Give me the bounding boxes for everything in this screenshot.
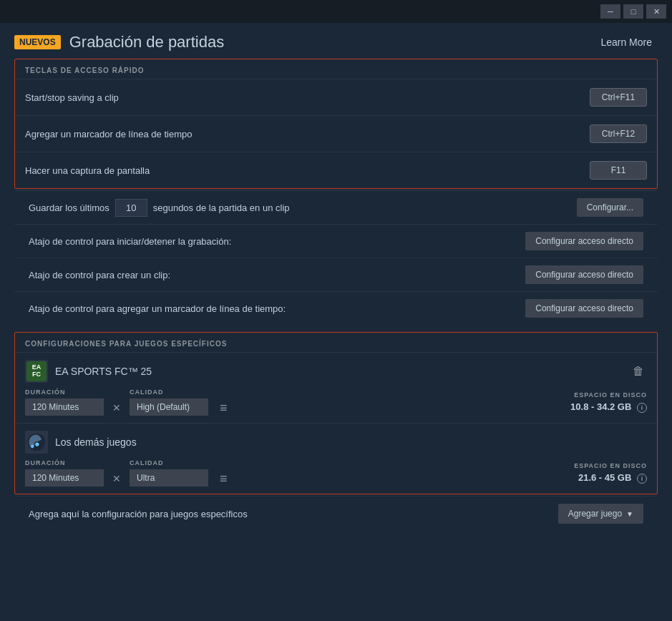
chevron-down-icon: ▼ xyxy=(626,510,633,518)
espacio-value-1: 21.6 - 45 GB i xyxy=(574,472,647,484)
save-last-prefix: Guardar los últimos xyxy=(29,202,109,213)
main-window: ─ □ ✕ NUEVOS Grabación de partidas Learn… xyxy=(0,0,672,621)
game-name-0: EA SPORTS FC™ 25 xyxy=(55,366,152,377)
ea-fc-icon: EAFC xyxy=(26,361,47,381)
add-game-button[interactable]: Agregar juego ▼ xyxy=(558,504,643,524)
svg-point-1 xyxy=(35,442,39,446)
control-shortcut-row-0: Atajo de control para iniciar/detener la… xyxy=(14,224,658,258)
control-shortcut-row-2: Atajo de control para agregar un marcado… xyxy=(14,291,658,325)
espacio-label-0: ESPACIO EN DISCO xyxy=(570,391,647,398)
hotkey-label-1: Agregar un marcador de línea de tiempo xyxy=(25,129,192,140)
save-clip-left: Guardar los últimos segundos de la parti… xyxy=(29,199,290,217)
espacio-col-1: ESPACIO EN DISCO 21.6 - 45 GB i xyxy=(574,462,647,484)
titlebar-controls: ─ □ ✕ xyxy=(600,4,666,19)
page-header: NUEVOS Grabación de partidas Learn More xyxy=(0,23,672,59)
bottom-bar: Agrega aquí la configuración para juegos… xyxy=(14,496,658,531)
duracion-col-0: DURACIÓN 120 Minutes xyxy=(25,388,104,416)
hotkey-label-2: Hacer una captura de pantalla xyxy=(25,165,150,176)
espacio-label-1: ESPACIO EN DISCO xyxy=(574,462,647,469)
svg-point-2 xyxy=(31,445,34,448)
hotkey-key-2: F11 xyxy=(590,161,647,180)
game-header-1: Los demás juegos xyxy=(25,431,647,454)
game-settings-row-1: DURACIÓN 120 Minutes ✕ CALIDAD Ultra ≡ xyxy=(25,459,647,486)
duracion-label-0: DURACIÓN xyxy=(25,388,104,396)
hotkey-label-0: Start/stop saving a clip xyxy=(25,92,119,103)
game-icon-1 xyxy=(25,431,48,454)
game-header-0: EAFC EA SPORTS FC™ 25 🗑 xyxy=(25,360,647,383)
hotkey-row-0: Start/stop saving a clip Ctrl+F11 xyxy=(15,79,657,115)
game-configs-section: CONFIGURACIONES PARA JUEGOS ESPECÍFICOS … xyxy=(14,332,658,494)
configurar-button[interactable]: Configurar... xyxy=(577,198,643,217)
calidad-col-1: CALIDAD Ultra xyxy=(130,459,208,486)
hotkeys-section-label: TECLAS DE ACCESO RÁPIDO xyxy=(15,59,657,79)
configure-access-button-1[interactable]: Configurar acceso directo xyxy=(525,265,643,284)
calidad-select-0[interactable]: High (Default) xyxy=(130,398,208,416)
espacio-info-icon-1[interactable]: i xyxy=(637,474,647,484)
control-shortcut-row-1: Atajo de control para crear un clip: Con… xyxy=(14,258,658,291)
hotkey-row-2: Hacer una captura de pantalla F11 xyxy=(15,152,657,188)
separator-eq-0: ≡ xyxy=(220,401,228,416)
control-shortcut-label-1: Atajo de control para crear un clip: xyxy=(29,270,170,280)
calidad-col-0: CALIDAD High (Default) xyxy=(130,388,208,416)
minimize-button[interactable]: ─ xyxy=(600,4,620,19)
separator-x-1: ✕ xyxy=(112,473,121,484)
save-seconds-input[interactable] xyxy=(115,199,147,217)
hotkey-key-0: Ctrl+F11 xyxy=(590,88,647,107)
header-left: NUEVOS Grabación de partidas xyxy=(14,33,224,52)
hotkeys-section: TECLAS DE ACCESO RÁPIDO Start/stop savin… xyxy=(14,59,658,189)
game-icon-0: EAFC xyxy=(25,360,48,383)
delete-game-button-0[interactable]: 🗑 xyxy=(630,362,647,381)
configure-access-button-2[interactable]: Configurar acceso directo xyxy=(525,299,643,318)
game-name-1: Los demás juegos xyxy=(55,436,137,448)
game-settings-row-0: DURACIÓN 120 Minutes ✕ CALIDAD High (Def… xyxy=(25,388,647,416)
separator-x-0: ✕ xyxy=(112,402,121,414)
calidad-label-1: CALIDAD xyxy=(130,459,208,466)
control-shortcut-label-2: Atajo de control para agregar un marcado… xyxy=(29,303,286,314)
nuevos-badge: NUEVOS xyxy=(14,35,61,49)
content-area: TECLAS DE ACCESO RÁPIDO Start/stop savin… xyxy=(0,59,672,621)
page-title: Grabación de partidas xyxy=(69,33,224,52)
calidad-select-1[interactable]: Ultra xyxy=(130,469,208,486)
close-button[interactable]: ✕ xyxy=(646,4,666,19)
duracion-select-0[interactable]: 120 Minutes xyxy=(25,398,104,416)
learn-more-button[interactable]: Learn More xyxy=(595,34,658,51)
duracion-select-1[interactable]: 120 Minutes xyxy=(25,469,104,486)
control-shortcut-label-0: Atajo de control para iniciar/detener la… xyxy=(29,236,231,247)
separator-eq-1: ≡ xyxy=(220,471,228,486)
hotkey-row-1: Agregar un marcador de línea de tiempo C… xyxy=(15,115,657,152)
titlebar: ─ □ ✕ xyxy=(0,0,672,23)
save-last-suffix: segundos de la partida en un clip xyxy=(153,202,290,213)
game-entry-0: EAFC EA SPORTS FC™ 25 🗑 DURACIÓN 120 Min… xyxy=(15,352,657,423)
espacio-info-icon-0[interactable]: i xyxy=(637,403,647,413)
hotkey-key-1: Ctrl+F12 xyxy=(590,124,647,143)
calidad-label-0: CALIDAD xyxy=(130,388,208,396)
game-entry-1: Los demás juegos DURACIÓN 120 Minutes ✕ … xyxy=(15,423,657,494)
game-info-0: EAFC EA SPORTS FC™ 25 xyxy=(25,360,152,383)
espacio-col-0: ESPACIO EN DISCO 10.8 - 34.2 GB i xyxy=(570,391,647,413)
maximize-button[interactable]: □ xyxy=(623,4,643,19)
duracion-col-1: DURACIÓN 120 Minutes xyxy=(25,459,104,486)
configure-access-button-0[interactable]: Configurar acceso directo xyxy=(525,232,643,250)
steam-icon xyxy=(26,432,47,452)
espacio-value-0: 10.8 - 34.2 GB i xyxy=(570,401,647,413)
add-game-hint: Agrega aquí la configuración para juegos… xyxy=(29,509,248,519)
game-configs-section-label: CONFIGURACIONES PARA JUEGOS ESPECÍFICOS xyxy=(15,333,657,352)
add-game-label: Agregar juego xyxy=(568,509,622,519)
save-clip-row: Guardar los últimos segundos de la parti… xyxy=(14,190,658,224)
duracion-label-1: DURACIÓN xyxy=(25,459,104,466)
game-info-1: Los demás juegos xyxy=(25,431,137,454)
